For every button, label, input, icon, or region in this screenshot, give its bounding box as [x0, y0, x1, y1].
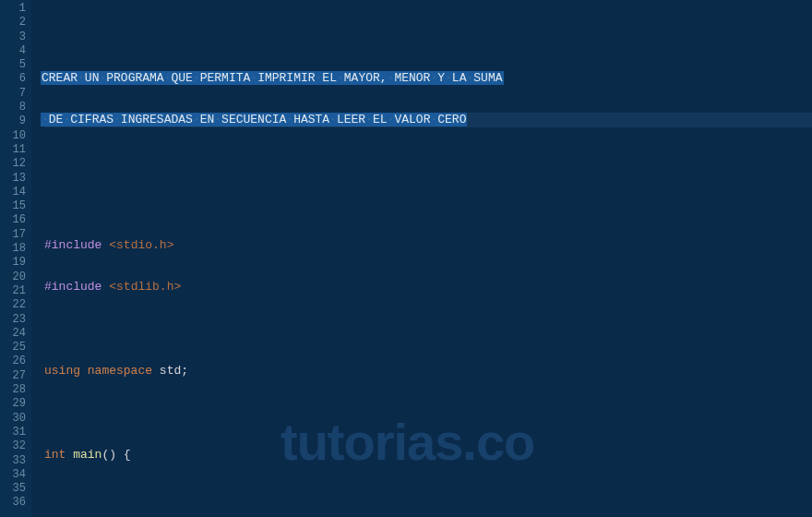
line-number: 9 [0, 114, 31, 128]
line-number: 14 [0, 186, 31, 199]
line-number: 19 [0, 256, 31, 270]
line-number: 20 [0, 271, 31, 284]
code-line[interactable] [44, 405, 812, 419]
code-line[interactable]: CREAR·UN·PROGRAMA·QUE·PERMITA·IMPRIMIR·E… [44, 71, 812, 85]
line-number: 3 [0, 30, 31, 44]
code-area[interactable]: tutorias.co CREAR·UN·PROGRAMA·QUE·PERMIT… [31, 0, 812, 517]
line-number: 23 [0, 313, 31, 327]
code-line[interactable] [44, 155, 812, 169]
line-number: 7 [0, 87, 31, 101]
line-number: 29 [0, 397, 31, 411]
line-number: 10 [0, 129, 31, 143]
code-line[interactable] [44, 322, 812, 336]
line-number: 18 [0, 242, 31, 256]
line-number: 4 [0, 44, 31, 58]
line-number: 36 [0, 496, 31, 510]
line-number: 26 [0, 355, 31, 368]
line-number: 30 [0, 412, 31, 426]
line-number: 15 [0, 199, 31, 213]
line-number: 24 [0, 327, 31, 341]
line-number: 25 [0, 341, 31, 355]
line-number: 21 [0, 284, 31, 298]
line-number-gutter: 1234567891011121314151617181920212223242… [0, 0, 31, 517]
line-number: 31 [0, 426, 31, 439]
code-line[interactable] [44, 489, 812, 503]
code-line[interactable]: using namespace std; [44, 364, 812, 378]
code-line[interactable]: ·DE·CIFRAS·INGRESADAS·EN·SECUENCIA·HASTA… [44, 113, 812, 126]
code-line[interactable] [44, 197, 812, 210]
line-number: 6 [0, 72, 31, 86]
line-number: 32 [0, 439, 31, 453]
line-number: 34 [0, 468, 31, 482]
line-number: 17 [0, 228, 31, 242]
line-number: 22 [0, 298, 31, 312]
code-line[interactable]: int main() { [44, 448, 812, 462]
line-number: 12 [0, 157, 31, 171]
code-line[interactable]: #include <stdlib.h> [44, 280, 812, 294]
selected-comment: CREAR·UN·PROGRAMA·QUE·PERMITA·IMPRIMIR·E… [41, 71, 504, 85]
watermark: tutorias.co [281, 412, 534, 472]
line-number: 28 [0, 383, 31, 397]
line-number: 1 [0, 2, 31, 16]
line-number: 16 [0, 213, 31, 227]
line-number: 11 [0, 143, 31, 157]
line-number: 33 [0, 454, 31, 468]
line-number: 13 [0, 172, 31, 186]
code-line[interactable]: #include <stdio.h> [44, 238, 812, 252]
line-number: 5 [0, 58, 31, 72]
selected-comment: ·DE·CIFRAS·INGRESADAS·EN·SECUENCIA·HASTA… [41, 113, 467, 126]
line-number: 27 [0, 369, 31, 383]
code-editor[interactable]: 1234567891011121314151617181920212223242… [0, 0, 812, 517]
line-number: 8 [0, 101, 31, 114]
line-number: 2 [0, 16, 31, 30]
line-number: 35 [0, 482, 31, 496]
